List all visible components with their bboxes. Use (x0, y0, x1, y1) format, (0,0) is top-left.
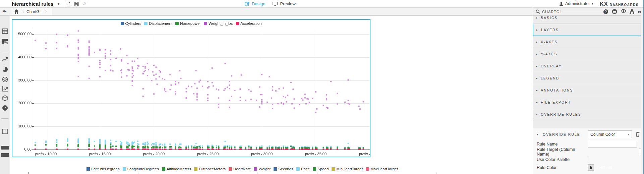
legend-item[interactable]: AltitudeMeters (162, 167, 191, 171)
rule-type-select[interactable]: Column Color ▾ (588, 130, 632, 138)
override-rule-caret-icon[interactable]: ▾ (537, 133, 541, 136)
preview-tab[interactable]: Preview (280, 1, 295, 6)
legend-label: AltitudeMeters (167, 167, 191, 171)
second-chart-gridline (317, 172, 317, 174)
legend-label: MinHeartTarget (336, 167, 363, 171)
second-chart-component[interactable]: LatitudeDegreesLongitudeDegreesAltitudeM… (12, 166, 473, 174)
section-label: OVERRIDE RULES (541, 112, 581, 116)
panel-section-file-export[interactable]: ▸FILE EXPORT (533, 96, 641, 108)
select-caret-icon: ▾ (628, 133, 629, 136)
legend-item[interactable]: LatitudeDegrees (86, 167, 119, 171)
breadcrumb-bar: ▶▶ ChartGL (0, 8, 533, 16)
section-label: LAYERS (541, 28, 559, 32)
x-tick-label: prefix - 20.00 (143, 152, 165, 156)
panel-section-annotations[interactable]: ▸ANNOTATIONS (533, 84, 641, 96)
legend-item[interactable]: Cylinders (121, 21, 141, 25)
rule-name-label: Rule Name (537, 142, 558, 147)
new-file-icon[interactable] (66, 1, 71, 7)
legend-item[interactable]: Displacement (144, 21, 172, 25)
legend-swatch (162, 167, 165, 171)
home-icon[interactable] (14, 9, 19, 14)
y-tick-label: 5000.00 (12, 32, 32, 36)
second-chart-gridline (257, 172, 258, 174)
legend-swatch (366, 167, 369, 171)
legend-label: Speed (317, 167, 329, 171)
layout-rows-icon[interactable] (1, 146, 9, 150)
panel-section-legend[interactable]: ▸LEGEND (533, 72, 641, 84)
dashboard-title[interactable]: hierarchical rules (12, 1, 53, 7)
legend-swatch (144, 22, 148, 25)
scatter-plot (12, 20, 370, 157)
delete-rule-icon[interactable] (635, 131, 640, 137)
rule-color-swatch[interactable]: #e82560 (594, 164, 637, 171)
panel-section-overlay[interactable]: ▸OVERLAY (533, 60, 641, 72)
legend-item[interactable]: MinHeartTarget (332, 167, 363, 171)
legend-item[interactable]: Acceleration (236, 21, 261, 25)
chartgl-component[interactable]: CylindersDisplacementHorsepowerWeight_in… (12, 19, 370, 157)
section-caret-icon: ▸ (536, 16, 541, 19)
legend-label: Seconds (278, 167, 293, 171)
breadcrumb-chevron-icon (44, 10, 47, 13)
rule-color-label: Rule Color (537, 165, 557, 170)
legend-item[interactable]: LongitudeDegrees (123, 167, 159, 171)
y-tick-label: 4000.00 (12, 55, 32, 59)
radial-chart-icon[interactable] (2, 76, 8, 82)
layout-columns-icon[interactable] (2, 128, 8, 134)
override-rules-body: ▾ OVERRIDE RULE Column Color ▾ Rule Name… (533, 128, 641, 174)
section-caret-icon: ▸ (536, 52, 541, 56)
legend-item[interactable]: HeartRate (229, 167, 251, 171)
component-sidebar (0, 16, 10, 174)
y-tick-label: 1000.00 (12, 124, 32, 128)
gauge-icon[interactable] (2, 105, 8, 111)
second-chart-gridline (138, 172, 138, 174)
section-caret-icon: ▾ (536, 113, 541, 116)
expand-panel-icon[interactable]: ▶▶ (3, 9, 6, 13)
legend-label: Pace (301, 167, 310, 171)
x-tick-label: prefix - 35.00 (305, 152, 327, 156)
pivot-table-icon[interactable] (2, 38, 8, 44)
section-label: FILE EXPORT (541, 100, 571, 104)
panel-section-basics[interactable]: ▸BASICS (533, 12, 641, 24)
save-icon[interactable] (74, 1, 79, 7)
panel-section-x-axes[interactable]: ▸X-AXES (533, 36, 641, 48)
data-table-icon[interactable] (2, 28, 8, 34)
line-chart-icon[interactable] (2, 56, 8, 62)
layout-rows-icon[interactable] (1, 153, 9, 157)
legend-label: Horsepower (180, 21, 201, 25)
color-droplet-icon[interactable] (588, 164, 594, 171)
mode-switch: Design Preview (245, 1, 296, 6)
legend-swatch (313, 167, 316, 171)
top-toolbar: hierarchical rules ▾ ↺ Design Preview Ad… (0, 0, 644, 8)
sidebar-divider (1, 118, 8, 119)
legend-item[interactable]: Speed (313, 167, 329, 171)
legend-item[interactable]: Weight (254, 167, 271, 171)
pie-chart-icon[interactable] (2, 66, 8, 72)
panel-section-override-rules[interactable]: ▾OVERRIDE RULES (533, 108, 641, 120)
section-label: BASICS (541, 16, 558, 20)
legend-item[interactable]: Seconds (274, 167, 293, 171)
panel-section-y-axes[interactable]: ▸Y-AXES (533, 48, 641, 60)
breadcrumb: ChartGL (11, 8, 52, 15)
panel-section-layers[interactable]: ▸LAYERS (533, 24, 641, 36)
second-chart-gridline (198, 172, 198, 174)
breadcrumb-tab-chartgl[interactable]: ChartGL (26, 9, 42, 14)
legend-item[interactable]: DistanceMeters (194, 167, 226, 171)
legend-item[interactable]: MaxHeartTarget (366, 167, 398, 171)
title-dropdown-caret[interactable]: ▾ (58, 2, 59, 6)
metric-chart-icon[interactable] (2, 86, 8, 92)
legend-item[interactable]: Horsepower (175, 21, 201, 25)
user-caret-icon: ▾ (592, 2, 593, 5)
legend-swatch (175, 22, 179, 25)
legend-item[interactable]: Pace (296, 167, 310, 171)
legend-label: LongitudeDegrees (127, 167, 159, 171)
legend-item[interactable]: Weight_in_lbs (204, 21, 233, 25)
legend-swatch (204, 22, 207, 25)
user-menu[interactable]: Administrator ▾ (559, 1, 593, 6)
legend-label: Weight_in_lbs (209, 21, 233, 25)
use-color-palette-checkbox[interactable] (588, 156, 588, 163)
design-tab[interactable]: Design (252, 1, 265, 6)
rule-name-input[interactable] (588, 141, 637, 148)
3d-cube-icon[interactable] (2, 95, 8, 101)
legend-swatch (86, 167, 90, 171)
undo-icon[interactable]: ↺ (82, 1, 87, 6)
